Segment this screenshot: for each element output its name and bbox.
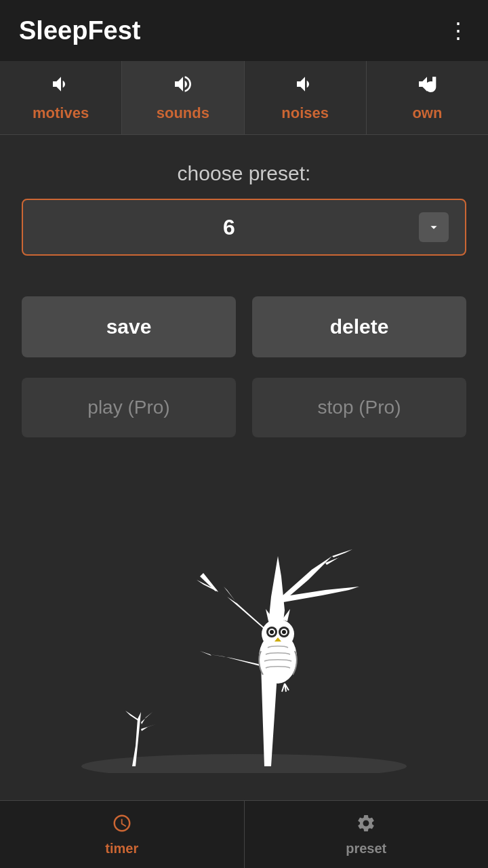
svg-point-2 [262,619,294,649]
svg-point-10 [282,630,286,634]
owl-tree-illustration [68,542,420,773]
gear-icon [356,813,376,838]
svg-point-9 [270,630,274,634]
stop-button[interactable]: stop (Pro) [252,378,466,437]
preset-dropdown[interactable]: 6 [22,199,466,256]
tab-sounds[interactable]: sounds [122,61,244,134]
app-title: SleepFest [19,16,141,45]
chevron-down-icon[interactable] [419,212,449,242]
tab-own-icon [416,73,438,100]
tab-sounds-label: sounds [157,104,209,122]
tab-bar: motives sounds noises own [0,61,488,135]
save-button[interactable]: save [22,296,236,357]
choose-preset-label: choose preset: [178,162,311,185]
bottom-nav: timer preset [0,800,488,868]
play-stop-row: play (Pro) stop (Pro) [22,378,466,437]
tab-sounds-icon [172,73,194,100]
tab-noises[interactable]: noises [245,61,367,134]
timer-icon [112,813,132,838]
svg-point-0 [81,754,407,773]
tab-own[interactable]: own [367,61,488,134]
bottom-nav-preset[interactable]: preset [245,801,489,868]
tab-motives-icon [50,73,72,100]
preset-label: preset [346,841,386,856]
tab-motives[interactable]: motives [0,61,122,134]
save-delete-row: save delete [22,296,466,357]
tab-motives-label: motives [33,104,89,122]
play-button[interactable]: play (Pro) [22,378,236,437]
timer-label: timer [105,841,138,856]
bottom-nav-timer[interactable]: timer [0,801,245,868]
main-content: choose preset: 6 save delete play (Pro) … [0,135,488,800]
tab-noises-icon [294,73,316,100]
top-bar: SleepFest ⋮ [0,0,488,61]
preset-value: 6 [39,215,419,240]
delete-button[interactable]: delete [252,296,466,357]
tab-noises-label: noises [281,104,329,122]
menu-icon[interactable]: ⋮ [447,20,469,41]
tab-own-label: own [412,104,442,122]
illustration [22,458,466,773]
